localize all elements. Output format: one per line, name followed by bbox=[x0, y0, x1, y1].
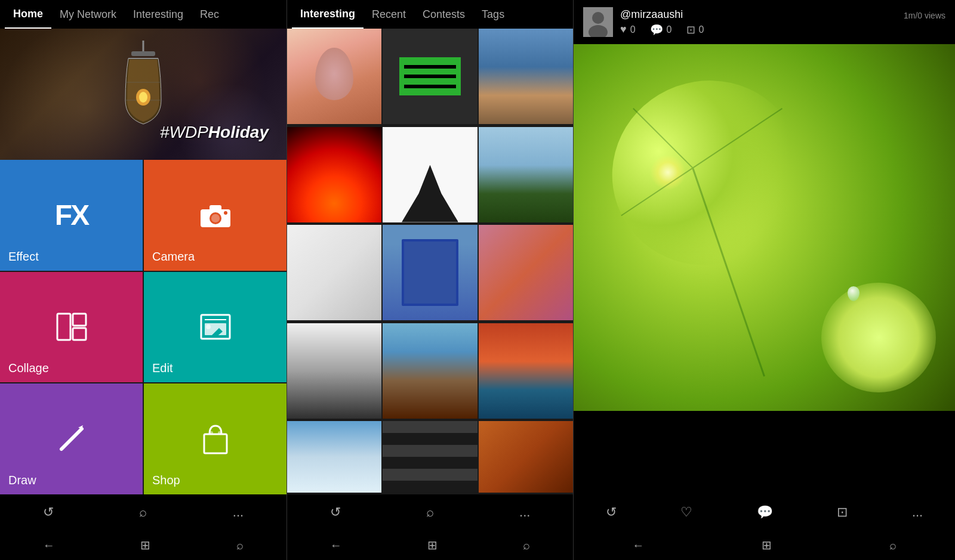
bottom-bar-interesting: ↺ ⌕ ... bbox=[287, 494, 573, 530]
like-icon[interactable]: ♡ bbox=[680, 505, 692, 520]
refresh-icon-3[interactable]: ↺ bbox=[606, 505, 617, 520]
tab-my-network[interactable]: My Network bbox=[51, 0, 125, 29]
panel-interesting: Interesting Recent Contests Tags bbox=[286, 0, 573, 560]
tile-effect-label: Effect bbox=[8, 250, 39, 264]
shares-count: 0 bbox=[699, 24, 704, 35]
post-stats: ♥ 0 💬 0 ⊡ 0 bbox=[620, 23, 945, 36]
svg-rect-23 bbox=[204, 434, 227, 453]
svg-line-30 bbox=[633, 109, 693, 168]
back-icon-3[interactable]: ← bbox=[632, 539, 644, 552]
tile-grid: FX Effect Camera Collage bbox=[0, 160, 286, 494]
tab-recent[interactable]: Recent bbox=[363, 0, 414, 29]
svg-point-24 bbox=[210, 431, 213, 435]
svg-point-25 bbox=[218, 431, 221, 435]
green-line-3 bbox=[404, 85, 456, 88]
tile-camera[interactable]: Camera bbox=[144, 160, 286, 271]
hero-title: Holiday bbox=[208, 123, 269, 141]
search-icon-system[interactable]: ⌕ bbox=[236, 539, 244, 552]
tab-contests[interactable]: Contests bbox=[414, 0, 473, 29]
svg-line-20 bbox=[61, 429, 82, 449]
back-icon[interactable]: ← bbox=[43, 539, 55, 552]
system-bar-home: ← ⊞ ⌕ bbox=[0, 530, 286, 560]
photo-item-13[interactable] bbox=[287, 421, 381, 493]
panel-post-detail: @mirzaaushi ♥ 0 💬 0 ⊡ 0 1m/0 views bbox=[573, 0, 955, 560]
tab-tags[interactable]: Tags bbox=[473, 0, 513, 29]
more-icon-2[interactable]: ... bbox=[519, 505, 530, 520]
windows-icon-2[interactable]: ⊞ bbox=[427, 538, 438, 552]
svg-point-27 bbox=[592, 12, 604, 24]
stat-comments: 💬 0 bbox=[650, 23, 672, 36]
back-icon-2[interactable]: ← bbox=[330, 539, 342, 552]
avatar-icon bbox=[583, 7, 613, 37]
system-bar-interesting: ← ⊞ ⌕ bbox=[287, 530, 573, 560]
photo-item-10[interactable] bbox=[287, 323, 381, 419]
photo-item-3[interactable] bbox=[479, 29, 573, 124]
post-black-area bbox=[574, 411, 955, 494]
windows-icon[interactable]: ⊞ bbox=[140, 538, 150, 552]
photo-item-2[interactable] bbox=[383, 29, 477, 124]
green-graphic bbox=[399, 57, 461, 95]
photo-item-11[interactable] bbox=[383, 323, 477, 419]
hero-hashtag: #WDP bbox=[160, 123, 208, 141]
avatar bbox=[583, 7, 613, 37]
refresh-icon[interactable]: ↺ bbox=[43, 505, 54, 520]
photo-item-8[interactable] bbox=[383, 225, 477, 320]
stat-shares: ⊡ 0 bbox=[686, 23, 704, 36]
system-bar-post: ← ⊞ ⌕ bbox=[574, 530, 955, 560]
tile-collage[interactable]: Collage bbox=[0, 272, 143, 383]
draw-icon bbox=[57, 424, 87, 454]
photo-item-12[interactable] bbox=[479, 323, 573, 419]
likes-count: 0 bbox=[630, 24, 636, 35]
camera-icon bbox=[199, 202, 232, 228]
tile-edit-label: Edit bbox=[152, 361, 172, 375]
panel-home: Home My Network Interesting Rec #WDPHoli… bbox=[0, 0, 286, 560]
heart-icon: ♥ bbox=[620, 23, 627, 36]
search-icon-system-2[interactable]: ⌕ bbox=[523, 539, 530, 552]
post-username: @mirzaaushi bbox=[620, 8, 945, 21]
tab-home[interactable]: Home bbox=[5, 0, 51, 29]
post-image[interactable] bbox=[574, 44, 955, 411]
hero-banner[interactable]: #WDPHoliday bbox=[0, 29, 286, 160]
photo-item-9[interactable] bbox=[479, 225, 573, 320]
photo-item-5[interactable] bbox=[383, 127, 477, 222]
photo-item-1[interactable] bbox=[287, 29, 381, 124]
photo-item-4[interactable] bbox=[287, 127, 381, 222]
svg-rect-12 bbox=[57, 314, 70, 340]
svg-rect-14 bbox=[73, 328, 86, 340]
tile-draw[interactable]: Draw bbox=[0, 383, 143, 494]
photo-item-15[interactable] bbox=[479, 421, 573, 493]
tab-rec[interactable]: Rec bbox=[192, 0, 227, 29]
photo-item-7[interactable] bbox=[287, 225, 381, 320]
collage-icon bbox=[56, 313, 87, 341]
search-icon-system-3[interactable]: ⌕ bbox=[889, 539, 897, 552]
bottom-bar-post: ↺ ♡ 💬 ⊡ ... bbox=[574, 494, 955, 530]
svg-point-6 bbox=[139, 92, 147, 103]
search-icon-bottom[interactable]: ⌕ bbox=[139, 505, 147, 520]
edit-icon bbox=[200, 314, 231, 340]
nav-tabs-home: Home My Network Interesting Rec bbox=[0, 0, 286, 29]
svg-rect-1 bbox=[131, 51, 155, 56]
photo-item-14[interactable] bbox=[383, 421, 477, 493]
stat-likes: ♥ 0 bbox=[620, 23, 636, 36]
hero-text: #WDPHoliday bbox=[160, 123, 269, 142]
green-line-1 bbox=[404, 65, 456, 69]
photo-item-6[interactable] bbox=[479, 127, 573, 222]
comment-icon: 💬 bbox=[650, 23, 663, 36]
comment-icon-bar[interactable]: 💬 bbox=[757, 505, 773, 520]
tab-interesting[interactable]: Interesting bbox=[292, 0, 363, 29]
tile-effect[interactable]: FX Effect bbox=[0, 160, 143, 271]
tab-interesting-home[interactable]: Interesting bbox=[125, 0, 192, 29]
tile-shop[interactable]: Shop bbox=[144, 383, 286, 494]
lantern-icon bbox=[116, 41, 170, 136]
clover-veins bbox=[574, 44, 955, 411]
photo-grid bbox=[287, 29, 573, 494]
tile-edit[interactable]: Edit bbox=[144, 272, 286, 383]
refresh-icon-2[interactable]: ↺ bbox=[330, 505, 341, 520]
windows-icon-3[interactable]: ⊞ bbox=[762, 538, 772, 552]
svg-rect-13 bbox=[73, 314, 86, 326]
svg-point-19 bbox=[206, 324, 211, 329]
search-icon-2[interactable]: ⌕ bbox=[426, 505, 434, 520]
more-icon-3[interactable]: ... bbox=[912, 505, 923, 520]
more-icon[interactable]: ... bbox=[233, 505, 244, 520]
share-icon-bar[interactable]: ⊡ bbox=[837, 505, 848, 520]
